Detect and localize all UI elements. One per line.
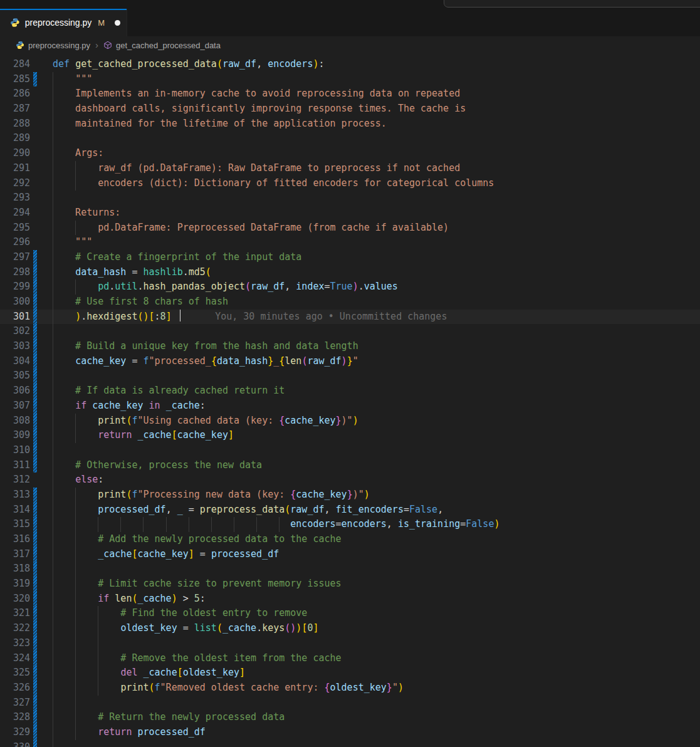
line-number[interactable]: 292 [0,176,30,191]
code-line[interactable]: 298 data_hash = hashlib.md5( [0,265,700,280]
line-number[interactable]: 296 [0,235,30,250]
line-number[interactable]: 300 [0,295,30,310]
line-number[interactable]: 294 [0,206,30,221]
line-number[interactable]: 318 [0,562,30,577]
code-line[interactable]: 307 if cache_key in _cache: [0,399,700,414]
line-number[interactable]: 295 [0,221,30,236]
git-modified-indicator[interactable] [33,384,37,399]
code-line[interactable]: 299 pd.util.hash_pandas_object(raw_df, i… [0,279,700,295]
code-line[interactable]: 290 Args: [0,146,700,161]
git-modified-indicator[interactable] [33,725,37,740]
code-line[interactable]: 297 # Create a fingerprint of the input … [0,250,700,265]
line-number[interactable]: 297 [0,250,30,265]
line-number[interactable]: 323 [0,636,30,651]
line-number[interactable]: 301 [0,310,30,325]
line-number[interactable]: 288 [0,117,30,132]
code-line[interactable]: 288 maintained for the lifetime of the a… [0,117,700,132]
git-modified-indicator[interactable] [33,696,37,711]
code-line[interactable]: 312 else: [0,473,700,488]
breadcrumb-symbol[interactable]: get_cached_processed_data [103,41,221,50]
git-modified-indicator[interactable] [33,740,37,747]
line-number[interactable]: 286 [0,86,30,102]
code-line[interactable]: 321 # Find the oldest entry to remove [0,606,700,621]
code-line[interactable]: 291 raw_df (pd.DataFrame): Raw DataFrame… [0,161,700,176]
code-line[interactable]: 285 """ [0,72,700,87]
line-number[interactable]: 322 [0,621,30,636]
code-line[interactable]: 313 print(f"Processing new data (key: {c… [0,488,700,503]
code-line[interactable]: 322 oldest_key = list(_cache.keys())[0] [0,621,700,636]
line-number[interactable]: 315 [0,517,30,532]
code-line[interactable]: 306 # If data is already cached return i… [0,384,700,399]
git-modified-indicator[interactable] [33,458,37,473]
git-modified-indicator[interactable] [33,577,37,592]
git-modified-indicator[interactable] [33,621,37,636]
git-modified-indicator[interactable] [33,488,37,503]
line-number[interactable]: 309 [0,428,30,443]
git-modified-indicator[interactable] [33,666,37,681]
line-number[interactable]: 312 [0,473,30,488]
code-line[interactable]: 327 [0,696,700,711]
code-line[interactable]: 286 Implements an in-memory cache to avo… [0,86,700,102]
line-number[interactable]: 313 [0,488,30,503]
git-modified-indicator[interactable] [33,414,37,429]
code-line[interactable]: 325 del _cache[oldest_key] [0,666,700,681]
line-number[interactable]: 330 [0,740,30,747]
git-modified-indicator[interactable] [33,681,37,696]
line-number[interactable]: 317 [0,547,30,562]
line-number[interactable]: 319 [0,577,30,592]
code-line[interactable]: 324 # Remove the oldest item from the ca… [0,651,700,666]
line-number[interactable]: 324 [0,651,30,666]
git-modified-indicator[interactable] [33,324,37,339]
git-modified-indicator[interactable] [33,532,37,547]
breadcrumb-file[interactable]: preprocessing.py [16,41,90,50]
git-modified-indicator[interactable] [33,443,37,458]
code-line[interactable]: 316 # Add the newly processed data to th… [0,532,700,547]
git-modified-indicator[interactable] [33,295,37,310]
git-modified-indicator[interactable] [33,517,37,532]
line-number[interactable]: 289 [0,131,30,146]
code-line[interactable]: 314 processed_df, _ = preprocess_data(ra… [0,503,700,518]
code-line[interactable]: 328 # Return the newly processed data [0,710,700,725]
code-line[interactable]: 304 cache_key = f"processed_{data_hash}_… [0,354,700,369]
code-line[interactable]: 294 Returns: [0,206,700,221]
line-number[interactable]: 302 [0,324,30,339]
unsaved-changes-dot[interactable] [115,20,120,26]
line-number[interactable]: 327 [0,696,30,711]
git-modified-indicator[interactable] [33,250,37,265]
line-number[interactable]: 303 [0,339,30,354]
git-modified-indicator[interactable] [33,368,37,384]
git-modified-indicator[interactable] [33,265,37,280]
line-number[interactable]: 298 [0,265,30,280]
git-modified-indicator[interactable] [33,72,37,87]
code-line[interactable]: 309 return _cache[cache_key] [0,428,700,443]
git-modified-indicator[interactable] [33,339,37,354]
git-modified-indicator[interactable] [33,310,37,325]
code-line[interactable]: 330 [0,740,700,747]
line-number[interactable]: 325 [0,666,30,681]
line-number[interactable]: 307 [0,399,30,414]
git-modified-indicator[interactable] [33,710,37,725]
code-line[interactable]: 287 dashboard calls, significantly impro… [0,102,700,117]
git-modified-indicator[interactable] [33,651,37,666]
code-line[interactable]: 293 [0,191,700,206]
git-modified-indicator[interactable] [33,562,37,577]
line-number[interactable]: 321 [0,606,30,621]
line-number[interactable]: 329 [0,725,30,740]
code-line[interactable]: 300 # Use first 8 chars of hash [0,295,700,310]
code-line[interactable]: 323 [0,636,700,651]
code-line[interactable]: 317 _cache[cache_key] = processed_df [0,547,700,562]
code-line[interactable]: 289 [0,131,700,146]
line-number[interactable]: 328 [0,710,30,725]
line-number[interactable]: 299 [0,279,30,295]
git-modified-indicator[interactable] [33,279,37,295]
tab-preprocessing-py[interactable]: preprocessing.py M [0,9,127,36]
line-number[interactable]: 284 [0,57,30,72]
code-area[interactable]: 284def get_cached_processed_data(raw_df,… [0,54,700,747]
line-number[interactable]: 285 [0,72,30,87]
code-line[interactable]: 326 print(f"Removed oldest cache entry: … [0,681,700,696]
code-line[interactable]: 320 if len(_cache) > 5: [0,592,700,607]
code-line[interactable]: 284def get_cached_processed_data(raw_df,… [0,57,700,72]
line-number[interactable]: 291 [0,161,30,176]
line-number[interactable]: 310 [0,443,30,458]
line-number[interactable]: 314 [0,503,30,518]
